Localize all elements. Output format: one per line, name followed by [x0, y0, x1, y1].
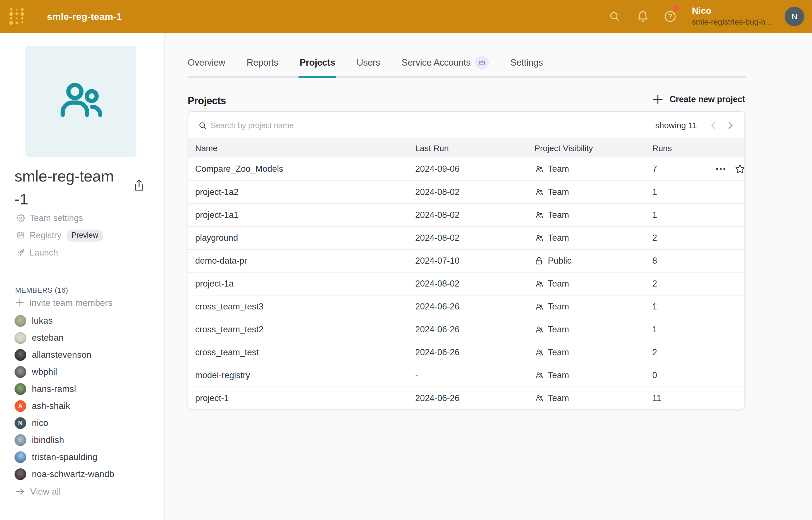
team-icon: [534, 325, 544, 334]
project-name[interactable]: cross_team_test: [195, 341, 259, 364]
view-all-button[interactable]: View all: [0, 485, 165, 498]
table-row[interactable]: cross_team_test3 2024-06-26: [188, 295, 744, 318]
row-actions: [715, 157, 745, 180]
team-name: smle-reg-team-1: [15, 165, 143, 211]
table-row[interactable]: model-registry -: [188, 364, 744, 387]
table-row[interactable]: project-1a 2024-08-02: [188, 272, 744, 295]
project-search-row: showing 11: [188, 112, 744, 139]
table-row[interactable]: project-1a1 2024-08-02: [188, 203, 744, 226]
column-header-last-run[interactable]: Last Run: [415, 139, 449, 157]
notification-dot: [673, 5, 679, 11]
project-name[interactable]: project-1a: [195, 272, 234, 295]
project-name[interactable]: project-1a2: [195, 181, 238, 203]
showing-count: showing 11: [655, 112, 697, 139]
project-last-run: 2024-08-02: [415, 181, 460, 203]
project-name[interactable]: demo-data-pr: [195, 250, 247, 272]
view-all-label: View all: [30, 487, 61, 497]
member-row[interactable]: esteban: [0, 329, 165, 346]
sidebar-item-team-settings[interactable]: Team settings: [0, 209, 165, 227]
user-avatar[interactable]: N: [785, 7, 804, 26]
wandb-logo-icon[interactable]: [8, 7, 25, 26]
chevron-right-icon[interactable]: [726, 121, 735, 130]
table-row[interactable]: Compare_Zoo_Models 2024-09-06: [188, 157, 744, 180]
sidebar-menu: Team settings Registry Preview: [0, 209, 165, 261]
lock-open-icon: [534, 256, 544, 266]
project-last-run: 2024-08-02: [415, 272, 460, 295]
member-avatar: [15, 468, 26, 480]
registry-icon: [16, 231, 25, 240]
app: smle-reg-team-1 Nico smle-registries-bug…: [0, 0, 812, 520]
member-avatar: [15, 434, 26, 446]
help-icon[interactable]: [663, 0, 677, 33]
column-header-runs[interactable]: Runs: [652, 139, 672, 157]
invite-team-members-button[interactable]: Invite team members: [0, 296, 165, 309]
member-list: lukas esteban allanstevenson wbphil: [0, 312, 165, 483]
project-visibility: Team: [534, 387, 569, 409]
member-row[interactable]: ibindlish: [0, 432, 165, 448]
topbar-title: smle-reg-team-1: [47, 0, 122, 33]
member-name: tristan-spaulding: [32, 452, 98, 462]
rocket-icon: [16, 248, 25, 257]
member-row[interactable]: tristan-spaulding: [0, 448, 165, 466]
project-last-run: 2024-08-02: [415, 227, 460, 249]
tab[interactable]: Projects: [299, 49, 335, 76]
team-icon: [534, 164, 544, 174]
table-row[interactable]: project-1 2024-06-26: [188, 387, 744, 409]
tab[interactable]: Reports: [246, 49, 278, 76]
projects-heading: Projects: [188, 95, 226, 107]
member-row[interactable]: noa-schwartz-wandb: [0, 466, 165, 483]
member-row[interactable]: hans-ramsl: [0, 380, 165, 397]
project-name[interactable]: project-1a1: [195, 204, 238, 226]
team-icon: [534, 348, 544, 357]
tab[interactable]: Overview: [188, 49, 225, 76]
tab[interactable]: Service Accounts: [401, 49, 489, 76]
member-row[interactable]: wbphil: [0, 363, 165, 380]
member-row[interactable]: allanstevenson: [0, 346, 165, 363]
crown-badge-icon: [475, 56, 489, 70]
column-header-visibility[interactable]: Project Visibility: [534, 139, 593, 157]
project-name[interactable]: project-1: [195, 387, 229, 409]
share-icon[interactable]: [134, 179, 144, 191]
gear-icon: [16, 214, 25, 223]
member-name: esteban: [32, 333, 64, 343]
sidebar-item-label: Registry: [30, 230, 61, 240]
project-name[interactable]: cross_team_test3: [195, 295, 264, 318]
bell-icon[interactable]: [637, 0, 649, 33]
member-row[interactable]: A ash-shaik: [0, 397, 165, 414]
search-icon[interactable]: [609, 0, 621, 33]
tab[interactable]: Users: [357, 49, 380, 76]
table-row[interactable]: demo-data-pr 2024-07-10: [188, 249, 744, 272]
project-visibility: Team: [534, 227, 569, 249]
team-icon: [534, 187, 544, 197]
search-input[interactable]: [211, 116, 490, 135]
member-row[interactable]: lukas: [0, 312, 165, 329]
project-name[interactable]: Compare_Zoo_Models: [195, 157, 283, 180]
member-name: ibindlish: [32, 435, 64, 445]
project-last-run: 2024-09-06: [415, 157, 460, 180]
table-row[interactable]: project-1a2 2024-08-02: [188, 180, 744, 203]
table-row[interactable]: playground 2024-08-02: [188, 226, 744, 249]
main-content: Overview Reports: [165, 33, 812, 520]
more-actions-icon[interactable]: [715, 164, 726, 174]
sidebar-item-registry[interactable]: Registry Preview: [0, 227, 165, 244]
table-row[interactable]: cross_team_test2 2024-06-26: [188, 318, 744, 341]
project-last-run: 2024-07-10: [415, 250, 460, 272]
create-new-project-button[interactable]: Create new project: [653, 95, 745, 104]
project-runs: 2: [652, 341, 657, 364]
table-row[interactable]: cross_team_test 2024-06-26: [188, 341, 744, 364]
project-name[interactable]: cross_team_test2: [195, 318, 264, 341]
member-row[interactable]: N nico: [0, 414, 165, 432]
project-name[interactable]: model-registry: [195, 364, 250, 387]
topbar-user[interactable]: Nico smle-registries-bug-b…: [692, 5, 773, 28]
column-header-name[interactable]: Name: [195, 139, 217, 157]
sidebar-item-launch[interactable]: Launch: [0, 244, 165, 261]
tab[interactable]: Settings: [510, 49, 543, 76]
star-icon[interactable]: [734, 163, 745, 175]
project-runs: 8: [652, 250, 657, 272]
invite-label: Invite team members: [29, 298, 112, 308]
project-name[interactable]: playground: [195, 227, 238, 249]
tabs: Overview Reports: [188, 49, 543, 76]
project-visibility: Team: [534, 157, 569, 180]
chevron-left-icon[interactable]: [709, 121, 718, 130]
user-name: Nico: [692, 5, 773, 16]
